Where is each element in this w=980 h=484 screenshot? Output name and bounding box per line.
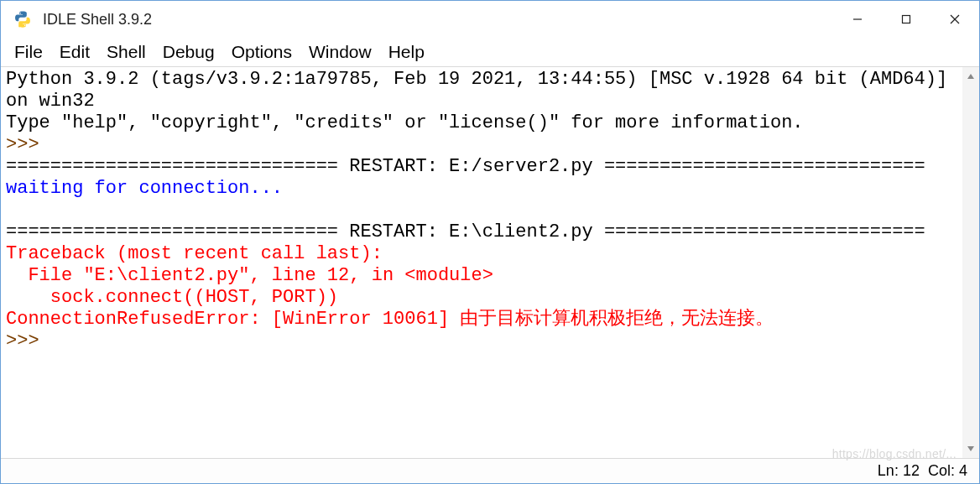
prompt-2: >>> (6, 330, 50, 351)
restart-banner-1: ============================== RESTART: … (6, 156, 925, 177)
menu-shell[interactable]: Shell (98, 39, 154, 65)
status-ln-value: 12 (903, 462, 920, 480)
menu-options[interactable]: Options (223, 39, 300, 65)
stdout-line-1: waiting for connection... (6, 178, 283, 199)
traceback-line-2: File "E:\client2.py", line 12, in <modul… (6, 265, 493, 286)
banner-line1: Python 3.9.2 (tags/v3.9.2:1a79785, Feb 1… (6, 69, 958, 112)
vertical-scrollbar[interactable] (962, 67, 979, 458)
menu-help[interactable]: Help (380, 39, 433, 65)
statusbar: Ln: 12 Col: 4 (1, 458, 979, 483)
status-col-value: 4 (959, 462, 967, 480)
app-icon (11, 8, 34, 31)
traceback-line-1: Traceback (most recent call last): (6, 243, 383, 264)
menubar: File Edit Shell Debug Options Window Hel… (1, 38, 979, 66)
menu-debug[interactable]: Debug (154, 39, 223, 65)
status-ln-label: Ln: (878, 462, 899, 480)
svg-rect-1 (903, 16, 910, 23)
minimize-button[interactable] (833, 1, 882, 38)
shell-text-area[interactable]: Python 3.9.2 (tags/v3.9.2:1a79785, Feb 1… (1, 67, 962, 458)
traceback-line-3: sock.connect((HOST, PORT)) (6, 287, 338, 308)
menu-file[interactable]: File (6, 39, 51, 65)
window-title: IDLE Shell 3.9.2 (43, 11, 152, 29)
content-wrap: Python 3.9.2 (tags/v3.9.2:1a79785, Feb 1… (1, 66, 979, 458)
window-root: IDLE Shell 3.9.2 File Edit Shell Debug O… (0, 0, 980, 484)
prompt: >>> (6, 134, 50, 155)
restart-banner-2: ============================== RESTART: … (6, 221, 925, 242)
status-col-label: Col: (928, 462, 955, 480)
scroll-down-icon[interactable] (963, 441, 978, 456)
banner-line2: Type "help", "copyright", "credits" or "… (6, 112, 804, 133)
maximize-button[interactable] (882, 1, 930, 38)
titlebar: IDLE Shell 3.9.2 (1, 1, 979, 38)
menu-window[interactable]: Window (300, 39, 380, 65)
close-button[interactable] (930, 1, 979, 38)
traceback-line-4: ConnectionRefusedError: [WinError 10061]… (6, 309, 774, 330)
scroll-up-icon[interactable] (963, 69, 978, 84)
menu-edit[interactable]: Edit (51, 39, 98, 65)
